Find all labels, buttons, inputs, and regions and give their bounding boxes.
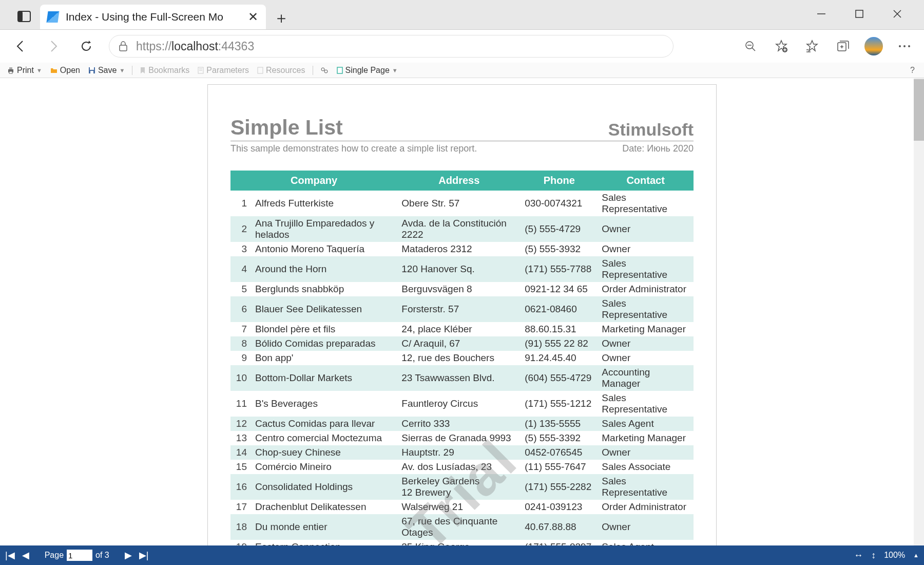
cell-index: 8 bbox=[230, 336, 251, 351]
svg-rect-30 bbox=[258, 67, 263, 73]
fit-width-icon[interactable]: ↔ bbox=[854, 550, 863, 561]
tab-favicon-icon bbox=[46, 11, 59, 23]
cell-company: Comércio Mineiro bbox=[251, 460, 397, 474]
zoom-out-icon[interactable] bbox=[741, 37, 760, 55]
table-row: 4Around the Horn120 Hanover Sq.(171) 555… bbox=[230, 256, 694, 282]
print-button[interactable]: Print▼ bbox=[4, 65, 45, 76]
cell-phone: 91.24.45.40 bbox=[521, 351, 598, 365]
more-menu-icon[interactable] bbox=[895, 37, 914, 55]
cell-phone: (5) 555-3392 bbox=[521, 431, 598, 445]
fit-height-icon[interactable]: ↕ bbox=[871, 550, 876, 561]
cell-address: Hauptstr. 29 bbox=[397, 445, 521, 460]
cell-phone: 0621-08460 bbox=[521, 296, 598, 322]
tab-close-icon[interactable]: ✕ bbox=[247, 11, 259, 23]
svg-rect-33 bbox=[337, 67, 342, 73]
cell-phone: (171) 555-7788 bbox=[521, 256, 598, 282]
panel-toggle-icon[interactable] bbox=[15, 8, 33, 25]
table-row: 9Bon app'12, rue des Bouchers91.24.45.40… bbox=[230, 351, 694, 365]
svg-rect-3 bbox=[856, 10, 863, 17]
cell-index: 16 bbox=[230, 474, 251, 500]
cell-address: Sierras de Granada 9993 bbox=[397, 431, 521, 445]
cell-address: Berguvsvägen 8 bbox=[397, 282, 521, 296]
cell-contact: Accounting Manager bbox=[598, 365, 694, 391]
maximize-button[interactable] bbox=[848, 3, 871, 25]
cell-address: Forsterstr. 57 bbox=[397, 296, 521, 322]
close-window-button[interactable] bbox=[886, 3, 909, 25]
cell-address: 23 Tsawwassen Blvd. bbox=[397, 365, 521, 391]
forward-button[interactable] bbox=[43, 36, 64, 56]
cell-company: Bólido Comidas preparadas bbox=[251, 336, 397, 351]
th-company: Company bbox=[230, 171, 397, 191]
cell-index: 6 bbox=[230, 296, 251, 322]
svg-line-8 bbox=[752, 48, 755, 51]
save-button[interactable]: Save▼ bbox=[85, 65, 128, 76]
cell-phone: (11) 555-7647 bbox=[521, 460, 598, 474]
svg-point-19 bbox=[903, 45, 906, 47]
cell-address: Mataderos 2312 bbox=[397, 242, 521, 256]
cell-phone: (1) 135-5555 bbox=[521, 417, 598, 431]
table-row: 10Bottom-Dollar Markets23 Tsawwassen Blv… bbox=[230, 365, 694, 391]
bookmarks-button: Bookmarks bbox=[137, 65, 192, 76]
report-brand: Stimulsoft bbox=[608, 120, 694, 140]
browser-tab[interactable]: Index - Using the Full-Screen Mo ✕ bbox=[40, 5, 266, 29]
refresh-button[interactable] bbox=[76, 36, 97, 56]
help-button[interactable]: ? bbox=[910, 66, 920, 75]
last-page-button[interactable]: ▶| bbox=[139, 550, 149, 561]
profile-avatar[interactable] bbox=[864, 37, 883, 55]
cell-phone: (171) 555-1212 bbox=[521, 391, 598, 417]
page-total: of 3 bbox=[95, 551, 109, 560]
cell-index: 11 bbox=[230, 391, 251, 417]
th-phone: Phone bbox=[521, 171, 598, 191]
cell-index: 2 bbox=[230, 216, 251, 242]
url-input[interactable]: https://localhost:44363 bbox=[109, 35, 673, 58]
svg-rect-23 bbox=[9, 71, 12, 73]
cell-company: Consolidated Holdings bbox=[251, 474, 397, 500]
lock-icon bbox=[119, 41, 128, 51]
collections-icon[interactable] bbox=[834, 37, 852, 55]
vertical-scrollbar[interactable] bbox=[914, 78, 924, 565]
cell-company: B's Beverages bbox=[251, 391, 397, 417]
cell-phone: (171) 555-2282 bbox=[521, 474, 598, 500]
zoom-level[interactable]: 100% bbox=[884, 551, 905, 560]
resources-button: Resources bbox=[254, 65, 308, 76]
favorite-add-icon[interactable] bbox=[772, 37, 791, 55]
cell-contact: Sales Representative bbox=[598, 296, 694, 322]
cell-index: 9 bbox=[230, 351, 251, 365]
svg-rect-26 bbox=[90, 71, 93, 73]
new-tab-button[interactable]: ＋ bbox=[270, 7, 293, 29]
cell-address: Av. dos Lusíadas, 23 bbox=[397, 460, 521, 474]
table-row: 16Consolidated HoldingsBerkeley Gardens1… bbox=[230, 474, 694, 500]
cell-index: 10 bbox=[230, 365, 251, 391]
cell-address: Berkeley Gardens12 Brewery bbox=[397, 474, 521, 500]
tab-title: Index - Using the Full-Screen Mo bbox=[66, 11, 247, 23]
next-page-button[interactable]: ▶ bbox=[125, 550, 132, 561]
cell-contact: Marketing Manager bbox=[598, 322, 694, 336]
cell-contact: Sales Representative bbox=[598, 391, 694, 417]
cell-company: Blauer See Delikatessen bbox=[251, 296, 397, 322]
cell-phone: (5) 555-3932 bbox=[521, 242, 598, 256]
cell-contact: Owner bbox=[598, 445, 694, 460]
viewer-footer: |◀ ◀ Page of 3 ▶ ▶| ↔ ↕ 100%▲ bbox=[0, 545, 924, 565]
minimize-button[interactable] bbox=[810, 3, 833, 25]
favorites-icon[interactable] bbox=[803, 37, 821, 55]
cell-address: 12, rue des Bouchers bbox=[397, 351, 521, 365]
open-button[interactable]: Open bbox=[47, 65, 83, 76]
back-button[interactable] bbox=[10, 36, 31, 56]
url-text: https://localhost:44363 bbox=[136, 40, 254, 53]
find-button[interactable] bbox=[317, 66, 332, 75]
page-input[interactable] bbox=[67, 550, 92, 561]
table-row: 5Berglunds snabbköpBerguvsvägen 80921-12… bbox=[230, 282, 694, 296]
table-row: 18Du monde entier67, rue des Cinquante O… bbox=[230, 514, 694, 540]
cell-company: Berglunds snabbköp bbox=[251, 282, 397, 296]
first-page-button[interactable]: |◀ bbox=[5, 550, 15, 561]
cell-index: 3 bbox=[230, 242, 251, 256]
cell-index: 14 bbox=[230, 445, 251, 460]
cell-contact: Sales Representative bbox=[598, 191, 694, 216]
single-page-button[interactable]: Single Page▼ bbox=[334, 65, 401, 76]
report-table: Company Address Phone Contact 1Alfreds F… bbox=[230, 171, 694, 554]
cell-phone: 0921-12 34 65 bbox=[521, 282, 598, 296]
table-row: 8Bólido Comidas preparadasC/ Araquil, 67… bbox=[230, 336, 694, 351]
cell-index: 4 bbox=[230, 256, 251, 282]
table-row: 1Alfreds FutterkisteObere Str. 57030-007… bbox=[230, 191, 694, 216]
prev-page-button[interactable]: ◀ bbox=[22, 550, 29, 561]
